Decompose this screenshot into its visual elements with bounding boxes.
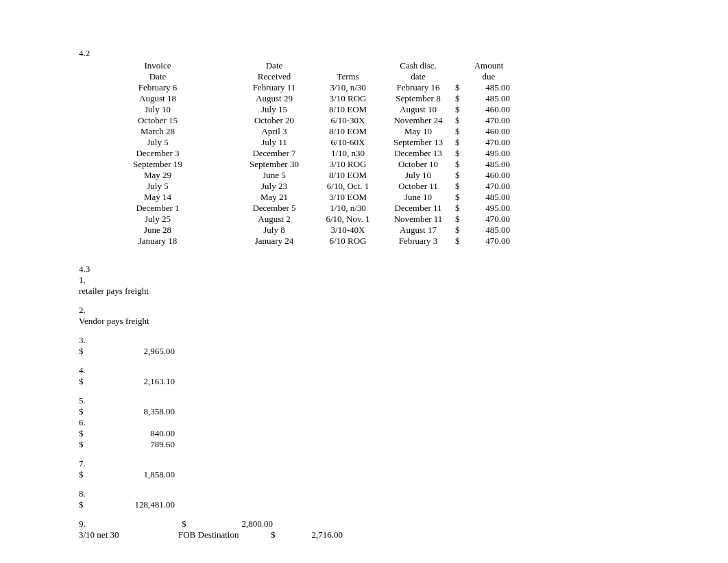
- q4-amount-row: $ 2,163.10: [79, 376, 728, 387]
- cell-amount: 485.00: [468, 82, 510, 93]
- cell-cashdisc: September 8: [384, 93, 452, 104]
- q9-l1-amt: 2,800.00: [194, 518, 273, 529]
- cell-currency: $: [452, 126, 468, 137]
- cell-invoice: September 19: [79, 159, 236, 170]
- cell-cashdisc: May 10: [384, 126, 452, 137]
- cell-amount: 470.00: [468, 181, 510, 192]
- hdr-terms: Terms: [312, 71, 384, 82]
- q2-text: Vendor pays freight: [79, 316, 728, 327]
- cell-currency: $: [452, 236, 468, 247]
- cell-invoice: February 6: [79, 82, 236, 93]
- cell-terms: 8/10 EOM: [312, 126, 384, 137]
- q7-amount-row: $ 1,858.00: [79, 469, 728, 480]
- cell-currency: $: [452, 104, 468, 115]
- cell-currency: $: [452, 148, 468, 159]
- cell-terms: 8/10 EOM: [312, 104, 384, 115]
- q7-num: 7.: [79, 458, 728, 469]
- q3-num: 3.: [79, 335, 728, 346]
- cell-amount: 470.00: [468, 115, 510, 126]
- cell-cashdisc: August 10: [384, 104, 452, 115]
- cell-amount: 470.00: [468, 214, 510, 225]
- section-4-2-label: 4.2: [79, 48, 728, 59]
- cell-invoice: October 15: [79, 115, 236, 126]
- table-row: October 15October 206/10-30XNovember 24$…: [79, 115, 510, 126]
- table-row: December 3December 71/10, n30December 13…: [79, 148, 510, 159]
- cell-cashdisc: July 10: [384, 170, 452, 181]
- cell-currency: $: [452, 192, 468, 203]
- cell-cashdisc: December 11: [384, 203, 452, 214]
- section-4-3-label: 4.3: [79, 264, 728, 275]
- cell-terms: 1/10, n30: [312, 148, 384, 159]
- hdr-received-l1: Date: [236, 60, 312, 71]
- cell-cashdisc: September 13: [384, 137, 452, 148]
- q9-l2-terms: 3/10 net 30: [79, 529, 178, 540]
- cell-received: August 29: [236, 93, 312, 104]
- cell-amount: 485.00: [468, 192, 510, 203]
- q9-num: 9.: [79, 518, 182, 529]
- cell-terms: 6/10-60X: [312, 137, 384, 148]
- cell-amount: 470.00: [468, 236, 510, 247]
- cell-currency: $: [452, 214, 468, 225]
- cell-cashdisc: December 13: [384, 148, 452, 159]
- q4-num: 4.: [79, 365, 728, 376]
- cell-invoice: July 5: [79, 181, 236, 192]
- cell-currency: $: [452, 225, 468, 236]
- cell-amount: 470.00: [468, 137, 510, 148]
- cell-amount: 460.00: [468, 126, 510, 137]
- q9-l1-cur: $: [182, 518, 194, 529]
- cell-invoice: March 28: [79, 126, 236, 137]
- q6-amount-row-2: $ 789.60: [79, 439, 728, 450]
- hdr-cashdisc-l1: Cash disc.: [384, 60, 452, 71]
- q3-amt: 2,965.00: [86, 346, 175, 357]
- q9-line1: 9. $ 2,800.00: [79, 518, 728, 529]
- cell-terms: 6/10 ROG: [312, 236, 384, 247]
- cell-amount: 485.00: [468, 225, 510, 236]
- cell-received: February 11: [236, 82, 312, 93]
- cell-received: July 11: [236, 137, 312, 148]
- cell-cashdisc: November 11: [384, 214, 452, 225]
- cell-received: October 20: [236, 115, 312, 126]
- table-row: May 29June 58/10 EOMJuly 10$460.00: [79, 170, 510, 181]
- table-row: May 14May 213/10 EOMJune 10$485.00: [79, 192, 510, 203]
- table-row: February 6February 113/10, n/30February …: [79, 82, 510, 93]
- cell-cashdisc: August 17: [384, 225, 452, 236]
- q5-cur: $: [79, 406, 86, 417]
- table-row: March 28April 38/10 EOMMay 10$460.00: [79, 126, 510, 137]
- table-row: July 5July 116/10-60XSeptember 13$470.00: [79, 137, 510, 148]
- cell-terms: 3/10-40X: [312, 225, 384, 236]
- q2-num: 2.: [79, 305, 728, 316]
- q6-amt-1: 840.00: [86, 428, 175, 439]
- cell-terms: 3/10 EOM: [312, 192, 384, 203]
- cell-amount: 460.00: [468, 170, 510, 181]
- cell-received: July 8: [236, 225, 312, 236]
- table-row: July 25August 26/10, Nov. 1November 11$4…: [79, 214, 510, 225]
- q1-num: 1.: [79, 275, 728, 286]
- cell-cashdisc: June 10: [384, 192, 452, 203]
- cell-currency: $: [452, 203, 468, 214]
- cell-invoice: July 5: [79, 137, 236, 148]
- q7-cur: $: [79, 469, 86, 480]
- cell-received: July 15: [236, 104, 312, 115]
- table-row: August 18August 293/10 ROGSeptember 8$48…: [79, 93, 510, 104]
- cell-invoice: August 18: [79, 93, 236, 104]
- cell-received: July 23: [236, 181, 312, 192]
- q9-line2: 3/10 net 30 FOB Destination $ 2,716.00: [79, 529, 728, 540]
- q6-cur-2: $: [79, 439, 86, 450]
- cell-terms: 3/10 ROG: [312, 93, 384, 104]
- q3-cur: $: [79, 346, 86, 357]
- table-row: July 5July 236/10, Oct. 1October 11$470.…: [79, 181, 510, 192]
- cell-amount: 485.00: [468, 159, 510, 170]
- q7-amt: 1,858.00: [86, 469, 175, 480]
- q5-amt: 8,358.00: [86, 406, 175, 417]
- cell-currency: $: [452, 181, 468, 192]
- cell-invoice: July 25: [79, 214, 236, 225]
- table-row: September 19September 303/10 ROGOctober …: [79, 159, 510, 170]
- cell-received: December 7: [236, 148, 312, 159]
- cell-invoice: December 3: [79, 148, 236, 159]
- hdr-amount-l2: due: [468, 71, 510, 82]
- cell-received: January 24: [236, 236, 312, 247]
- cell-invoice: May 14: [79, 192, 236, 203]
- cell-currency: $: [452, 159, 468, 170]
- table-row: December 1December 51/10, n/30December 1…: [79, 203, 510, 214]
- q4-amt: 2,163.10: [86, 376, 175, 387]
